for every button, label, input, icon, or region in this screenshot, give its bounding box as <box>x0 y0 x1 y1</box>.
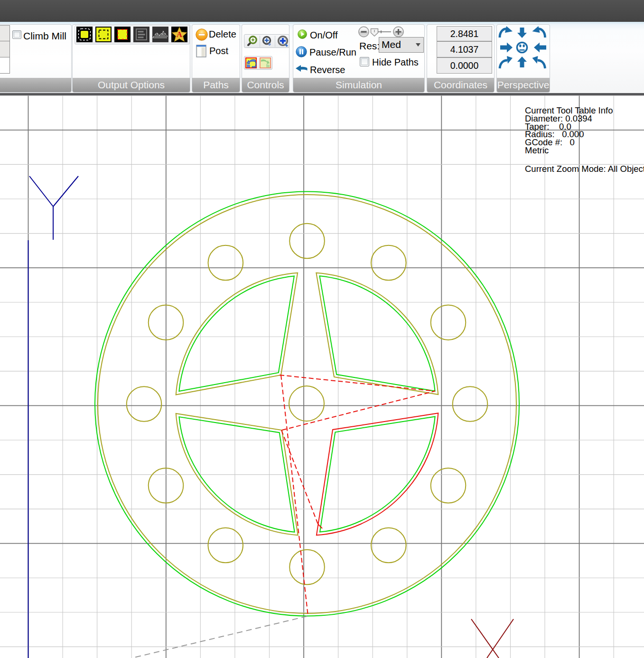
svg-text:A: A <box>177 30 183 39</box>
